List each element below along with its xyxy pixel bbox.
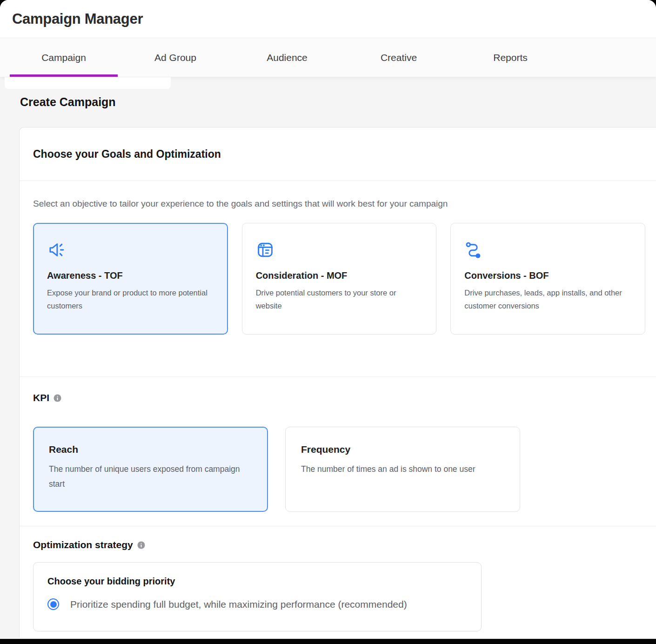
info-icon[interactable] bbox=[54, 394, 61, 402]
kpi-card-frequency[interactable]: Frequency The number of times an ad is s… bbox=[285, 427, 520, 512]
tab-ad-group[interactable]: Ad Group bbox=[121, 38, 229, 77]
goals-card: Choose your Goals and Optimization Selec… bbox=[19, 127, 656, 637]
tab-creative[interactable]: Creative bbox=[345, 38, 453, 77]
tabbar-lower-strip bbox=[5, 77, 171, 89]
kpi-section: KPI Reach The number of unique users exp… bbox=[20, 377, 656, 526]
objective-title: Conversions - BOF bbox=[464, 270, 631, 281]
app-title: Campaign Manager bbox=[12, 11, 143, 27]
screen-bottom-edge-bar bbox=[0, 639, 656, 644]
objective-description: Drive purchases, leads, app installs, an… bbox=[464, 286, 625, 312]
kpi-description: The number of times an ad is shown to on… bbox=[301, 462, 504, 476]
kpi-card-row: Reach The number of unique users exposed… bbox=[33, 427, 645, 512]
bidding-priority-title: Choose your bidding priority bbox=[47, 576, 467, 587]
objective-card-awareness[interactable]: Awareness - TOF Expose your brand or pro… bbox=[33, 223, 228, 335]
tab-campaign[interactable]: Campaign bbox=[10, 38, 118, 77]
kpi-title: Reach bbox=[49, 444, 252, 455]
kpi-title: Frequency bbox=[301, 444, 504, 455]
objective-description: Expose your brand or product to more pot… bbox=[47, 286, 208, 312]
tab-bar: Campaign Ad Group Audience Creative Repo… bbox=[0, 38, 656, 77]
tab-audience[interactable]: Audience bbox=[233, 38, 341, 77]
kpi-description: The number of unique users exposed from … bbox=[49, 462, 252, 491]
bidding-option-label: Prioritize spending full budget, while m… bbox=[70, 599, 407, 610]
objective-card-row: Awareness - TOF Expose your brand or pro… bbox=[33, 223, 645, 335]
bidding-priority-box: Choose your bidding priority Prioritize … bbox=[33, 562, 482, 631]
browser-window-icon bbox=[256, 241, 423, 259]
objective-title: Awareness - TOF bbox=[47, 270, 214, 281]
optimization-section: Optimization strategy Choose your biddin… bbox=[20, 526, 656, 631]
objective-card-conversions[interactable]: Conversions - BOF Drive purchases, leads… bbox=[450, 223, 645, 335]
bidding-option-full-budget[interactable]: Prioritize spending full budget, while m… bbox=[47, 598, 467, 610]
app-header: Campaign Manager bbox=[0, 0, 656, 38]
kpi-card-reach[interactable]: Reach The number of unique users exposed… bbox=[33, 427, 268, 512]
goals-card-title: Choose your Goals and Optimization bbox=[33, 148, 221, 161]
objective-description: Drive potential customers to your store … bbox=[256, 286, 416, 312]
goals-card-header: Choose your Goals and Optimization bbox=[20, 127, 656, 181]
optimization-label: Optimization strategy bbox=[33, 539, 133, 550]
tab-reports[interactable]: Reports bbox=[456, 38, 564, 77]
kpi-label: KPI bbox=[33, 392, 49, 403]
route-icon bbox=[464, 241, 631, 259]
info-icon[interactable] bbox=[137, 541, 145, 549]
objective-title: Consideration - MOF bbox=[256, 270, 423, 281]
objective-card-consideration[interactable]: Consideration - MOF Drive potential cust… bbox=[242, 223, 437, 335]
objectives-section: Select an objective to tailor your exper… bbox=[20, 181, 656, 377]
radio-selected-icon[interactable] bbox=[47, 598, 59, 610]
objective-prompt: Select an objective to tailor your exper… bbox=[33, 181, 645, 209]
megaphone-icon bbox=[47, 241, 214, 259]
page-title: Create Campaign bbox=[20, 95, 656, 109]
